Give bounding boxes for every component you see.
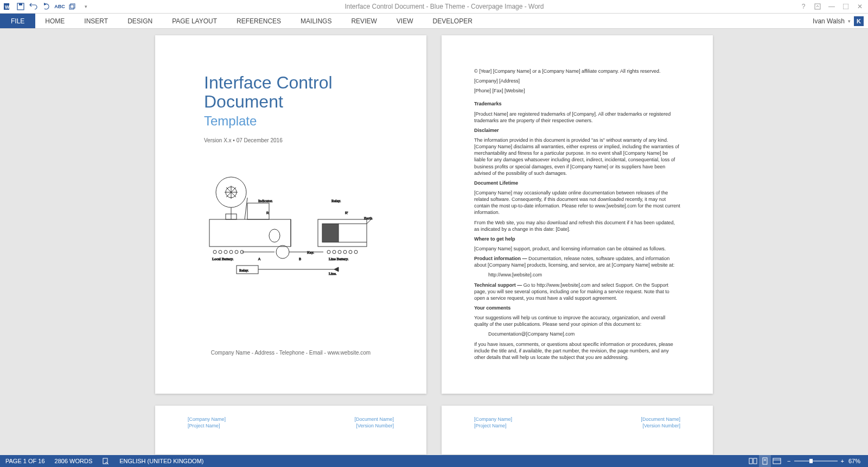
svg-point-40 — [327, 250, 330, 254]
svg-text:B: B — [299, 257, 301, 261]
svg-text:A: A — [258, 257, 260, 261]
footer-company: [Company Name] — [188, 416, 226, 422]
svg-text:Line Battery.: Line Battery. — [329, 257, 349, 261]
tab-page-layout[interactable]: PAGE LAYOUT — [162, 14, 227, 28]
minimize-icon[interactable]: — — [827, 2, 837, 11]
tab-insert[interactable]: INSERT — [74, 14, 118, 28]
product-info: Product information — Documentation, rel… — [474, 255, 680, 268]
svg-text:Local Battery.: Local Battery. — [212, 257, 234, 261]
tab-developer[interactable]: DEVELOPER — [423, 14, 482, 28]
footer-project: [Project Name] — [188, 423, 226, 428]
svg-text:Earth: Earth — [364, 216, 373, 220]
tab-view[interactable]: VIEW — [387, 14, 423, 28]
word-icon: W — [3, 2, 12, 11]
footer-project: [Project Name] — [474, 423, 512, 428]
footer-company: [Company Name] — [474, 416, 512, 422]
disclaimer-text: The information provided in this documen… — [474, 137, 680, 176]
user-account[interactable]: Ivan Walsh ▾ K — [808, 14, 868, 28]
user-badge: K — [854, 16, 864, 26]
status-page[interactable]: PAGE 1 OF 16 — [5, 458, 45, 464]
redo-icon[interactable] — [42, 2, 51, 11]
page-4-top[interactable]: [Company Name] [Project Name] [Document … — [442, 406, 713, 455]
comments-email: Documentation@[Company Name].com — [474, 331, 680, 337]
save-icon[interactable] — [16, 2, 25, 11]
svg-text:W: W — [5, 4, 10, 10]
tab-review[interactable]: REVIEW — [341, 14, 386, 28]
trademarks-text: [Product Name] are registered trademarks… — [474, 111, 680, 124]
spellcheck-icon[interactable]: ABC — [55, 2, 64, 11]
svg-rect-58 — [763, 458, 767, 464]
svg-point-33 — [235, 250, 238, 254]
status-language[interactable]: ENGLISH (UNITED KINGDOM) — [119, 458, 203, 464]
maximize-icon[interactable] — [841, 2, 851, 11]
tab-home[interactable]: HOME — [35, 14, 74, 28]
quick-access-toolbar: W ABC ▾ — [3, 2, 90, 11]
cover-version: Version X.x • 07 December 2016 — [204, 137, 378, 143]
footer-version: [Version Number] — [641, 423, 680, 428]
svg-rect-61 — [773, 458, 781, 464]
help-text: [Company Name] support, product, and lic… — [474, 245, 680, 252]
help-heading: Where to get help — [474, 236, 680, 242]
comments-text2: If you have issues, comments, or questio… — [474, 341, 680, 361]
svg-rect-5 — [69, 5, 74, 9]
svg-text:R: R — [266, 211, 269, 214]
file-tab[interactable]: FILE — [0, 14, 35, 28]
tab-references[interactable]: REFERENCES — [227, 14, 291, 28]
ribbon-display-icon[interactable] — [813, 2, 822, 11]
zoom-level[interactable]: 67% — [848, 458, 860, 464]
legal-address: [Company] [Address] — [474, 78, 680, 84]
read-mode-icon[interactable] — [747, 455, 759, 467]
status-words[interactable]: 2806 WORDS — [55, 458, 93, 464]
window-title: Interface Control Document - Blue Theme … — [90, 3, 799, 10]
web-layout-icon[interactable] — [771, 455, 783, 467]
svg-rect-7 — [843, 4, 848, 9]
document-area[interactable]: Interface Control Document Template Vers… — [0, 29, 868, 455]
svg-rect-17 — [247, 203, 269, 219]
zoom-slider[interactable]: − + — [787, 458, 844, 464]
zoom-in-icon[interactable]: + — [841, 458, 844, 464]
svg-rect-4 — [71, 4, 75, 8]
lifetime-text1: [Company Name] may occasionally update o… — [474, 190, 680, 216]
svg-text:Relay.: Relay. — [331, 199, 341, 203]
ribbon-tabs: FILE HOME INSERT DESIGN PAGE LAYOUT REFE… — [0, 14, 868, 29]
close-icon[interactable]: ✕ — [855, 2, 865, 11]
undo-icon[interactable] — [29, 2, 38, 11]
window-controls: ? — ✕ — [799, 2, 865, 11]
svg-point-44 — [349, 250, 352, 254]
svg-point-32 — [229, 250, 233, 254]
tab-design[interactable]: DESIGN — [118, 14, 162, 28]
tech-support: Technical support — Go to http://www.[we… — [474, 282, 680, 301]
print-layout-icon[interactable] — [759, 455, 771, 467]
svg-rect-6 — [815, 4, 820, 9]
proofing-icon[interactable] — [102, 457, 110, 465]
legal-contact: [Phone] [Fax] [Website] — [474, 87, 680, 94]
zoom-out-icon[interactable]: − — [787, 458, 790, 464]
page-2-legal[interactable]: © [Year] [Company Name] or a [Company Na… — [442, 35, 713, 394]
svg-point-45 — [354, 250, 358, 254]
cover-footer: Company Name - Address - Telephone - Ema… — [155, 350, 426, 356]
help-icon[interactable]: ? — [799, 2, 808, 11]
svg-rect-57 — [754, 458, 757, 464]
lifetime-heading: Document Lifetime — [474, 180, 680, 186]
zoom-track[interactable] — [794, 460, 838, 462]
product-info-url: http://www.[website].com — [474, 272, 680, 278]
cover-title-line2: Document — [204, 92, 378, 111]
svg-line-18 — [245, 198, 247, 219]
qat-dropdown-icon[interactable]: ▾ — [81, 2, 90, 11]
svg-text:R': R' — [345, 211, 348, 214]
status-bar: PAGE 1 OF 16 2806 WORDS ENGLISH (UNITED … — [0, 455, 868, 467]
customize-icon[interactable] — [68, 2, 77, 11]
svg-rect-8 — [209, 219, 291, 247]
svg-text:Relay.: Relay. — [239, 268, 249, 273]
svg-point-30 — [219, 250, 222, 254]
svg-rect-22 — [322, 224, 339, 242]
page-1-cover[interactable]: Interface Control Document Template Vers… — [155, 35, 426, 394]
svg-point-37 — [276, 245, 289, 258]
tab-mailings[interactable]: MAILINGS — [291, 14, 341, 28]
svg-rect-3 — [19, 3, 22, 5]
title-bar: W ABC ▾ Interface Control Document - Blu… — [0, 0, 868, 14]
footer-document: [Document Name] — [354, 416, 394, 422]
page-3-top[interactable]: [Company Name] [Project Name] [Document … — [155, 406, 426, 455]
comments-text1: Your suggestions will help us continue t… — [474, 314, 680, 327]
svg-text:Line.: Line. — [329, 272, 337, 276]
